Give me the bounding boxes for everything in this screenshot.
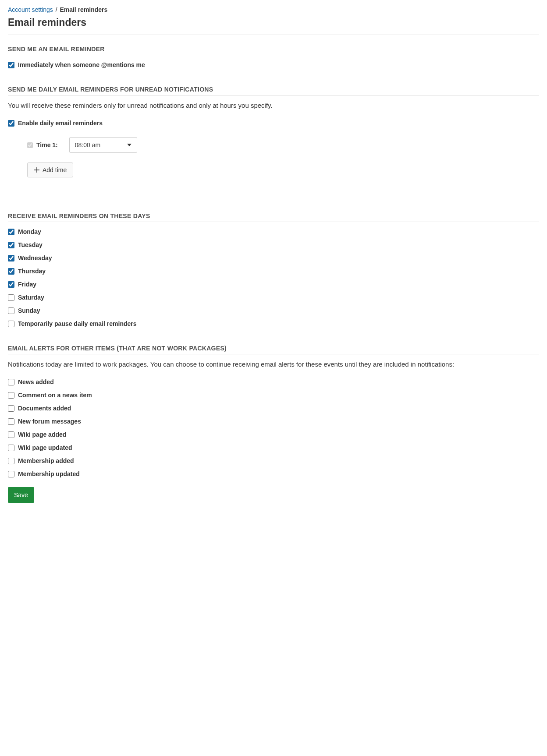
page-title: Email reminders [8, 17, 539, 28]
add-time-button[interactable]: Add time [27, 163, 73, 177]
alert-checkbox[interactable] [8, 458, 14, 464]
section-alerts: Email alerts for other items (that are n… [8, 345, 539, 477]
save-button[interactable]: Save [8, 487, 34, 503]
day-row: Tuesday [8, 241, 539, 248]
immediate-mention-checkbox[interactable] [8, 62, 14, 68]
title-divider [8, 35, 539, 35]
alert-label[interactable]: News added [18, 378, 54, 385]
alert-checkbox[interactable] [8, 405, 14, 412]
breadcrumb-separator: / [56, 6, 57, 13]
day-row: Friday [8, 281, 539, 288]
day-checkbox[interactable] [8, 255, 14, 261]
day-label[interactable]: Monday [18, 228, 41, 235]
alert-checkbox[interactable] [8, 379, 14, 385]
alert-checkbox[interactable] [8, 418, 14, 425]
day-row: Wednesday [8, 254, 539, 261]
days-list: MondayTuesdayWednesdayThursdayFridaySatu… [8, 228, 539, 327]
section-heading-alerts: Email alerts for other items (that are n… [8, 345, 539, 354]
day-label[interactable]: Tuesday [18, 241, 43, 248]
day-checkbox[interactable] [8, 268, 14, 275]
daily-description: You will receive these reminders only fo… [8, 102, 539, 109]
day-checkbox[interactable] [8, 281, 14, 288]
alerts-list: News addedComment on a news itemDocument… [8, 378, 539, 477]
day-checkbox[interactable] [8, 294, 14, 301]
alert-row: Wiki page added [8, 431, 539, 438]
section-daily: Send me daily email reminders for unread… [8, 86, 539, 177]
chevron-down-icon [127, 144, 131, 146]
alerts-description: Notifications today are limited to work … [8, 360, 539, 368]
day-checkbox[interactable] [8, 321, 14, 327]
day-label[interactable]: Thursday [18, 268, 46, 275]
day-label[interactable]: Sunday [18, 307, 40, 314]
alert-label[interactable]: Comment on a news item [18, 392, 92, 399]
day-label[interactable]: Saturday [18, 294, 44, 301]
day-checkbox[interactable] [8, 229, 14, 235]
alert-row: Membership updated [8, 470, 539, 477]
breadcrumb-parent-link[interactable]: Account settings [8, 6, 53, 13]
time-1-select[interactable]: 08:00 am [69, 137, 137, 153]
section-heading-daily: Send me daily email reminders for unread… [8, 86, 539, 95]
add-time-label: Add time [43, 166, 67, 173]
section-immediate: Send me an email reminder Immediately wh… [8, 46, 539, 68]
plus-icon [34, 167, 40, 173]
alert-row: Wiki page updated [8, 444, 539, 451]
day-row: Saturday [8, 294, 539, 301]
day-checkbox[interactable] [8, 307, 14, 314]
day-checkbox[interactable] [8, 242, 14, 248]
immediate-mention-label[interactable]: Immediately when someone @mentions me [18, 61, 145, 68]
immediate-mention-row: Immediately when someone @mentions me [8, 61, 539, 68]
alert-row: New forum messages [8, 418, 539, 425]
alert-label[interactable]: New forum messages [18, 418, 81, 425]
alert-row: Membership added [8, 457, 539, 464]
section-heading-days: Receive email reminders on these days [8, 212, 539, 222]
day-row: Thursday [8, 268, 539, 275]
alert-label[interactable]: Wiki page added [18, 431, 66, 438]
section-heading-immediate: Send me an email reminder [8, 46, 539, 55]
enable-daily-row: Enable daily email reminders [8, 120, 539, 127]
day-label[interactable]: Temporarily pause daily email reminders [18, 320, 137, 327]
day-row: Temporarily pause daily email reminders [8, 320, 539, 327]
alert-label[interactable]: Wiki page updated [18, 444, 72, 451]
alert-row: Documents added [8, 405, 539, 412]
day-label[interactable]: Wednesday [18, 254, 52, 261]
time-row: Time 1: 08:00 am [27, 137, 539, 153]
alert-checkbox[interactable] [8, 471, 14, 477]
alert-label[interactable]: Membership updated [18, 470, 80, 477]
breadcrumb-current: Email reminders [60, 6, 107, 13]
enable-daily-checkbox[interactable] [8, 120, 14, 127]
time-1-value: 08:00 am [75, 141, 100, 148]
day-row: Sunday [8, 307, 539, 314]
alert-row: Comment on a news item [8, 392, 539, 399]
alert-row: News added [8, 378, 539, 385]
breadcrumb: Account settings / Email reminders [8, 6, 539, 13]
day-label[interactable]: Friday [18, 281, 36, 288]
alert-checkbox[interactable] [8, 445, 14, 451]
alert-label[interactable]: Membership added [18, 457, 74, 464]
section-days: Receive email reminders on these days Mo… [8, 212, 539, 327]
alert-checkbox[interactable] [8, 392, 14, 399]
alert-checkbox[interactable] [8, 431, 14, 438]
time-1-label: Time 1: [36, 141, 58, 148]
day-row: Monday [8, 228, 539, 235]
enable-daily-label[interactable]: Enable daily email reminders [18, 120, 103, 127]
time-1-checkbox [27, 142, 33, 148]
alert-label[interactable]: Documents added [18, 405, 71, 412]
